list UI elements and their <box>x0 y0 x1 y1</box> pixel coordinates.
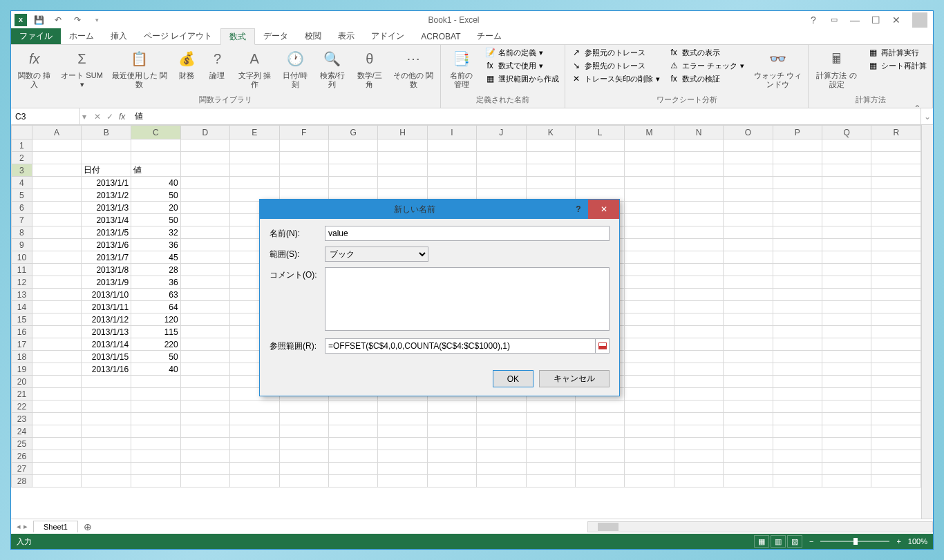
cell[interactable] <box>82 450 131 463</box>
cell[interactable] <box>328 164 377 177</box>
cell[interactable] <box>526 413 575 425</box>
cell[interactable] <box>82 152 131 164</box>
cell[interactable] <box>822 425 871 438</box>
cell[interactable] <box>477 177 526 189</box>
cell[interactable] <box>724 264 773 276</box>
cell[interactable] <box>575 139 624 152</box>
page-layout-view-icon[interactable]: ▥ <box>771 535 786 548</box>
dialog-help-icon[interactable]: ? <box>569 200 588 219</box>
cell[interactable] <box>526 450 575 463</box>
expand-formula-bar-icon[interactable]: ⌄ <box>921 108 933 124</box>
row-header[interactable]: 3 <box>12 164 32 177</box>
cell[interactable] <box>674 276 723 289</box>
cell[interactable] <box>871 289 921 301</box>
cell[interactable] <box>427 450 476 463</box>
cell[interactable] <box>180 301 229 313</box>
cell[interactable] <box>378 177 427 189</box>
cell[interactable] <box>625 177 674 189</box>
cell[interactable] <box>378 139 427 152</box>
cell[interactable] <box>477 438 526 450</box>
tab-insert[interactable]: 挿入 <box>102 28 135 44</box>
cell[interactable] <box>131 450 181 463</box>
cell[interactable] <box>180 289 229 301</box>
cell[interactable] <box>822 338 871 351</box>
cell[interactable] <box>724 301 773 313</box>
column-header[interactable]: L <box>575 126 624 139</box>
cell[interactable] <box>822 326 871 338</box>
cell[interactable]: 45 <box>131 251 181 264</box>
cell[interactable] <box>180 313 229 326</box>
calc-now-button[interactable]: ▦再計算実行 <box>865 46 929 59</box>
cell[interactable] <box>378 164 427 177</box>
row-header[interactable]: 11 <box>12 264 32 276</box>
cell[interactable] <box>230 164 279 177</box>
cell[interactable] <box>822 251 871 264</box>
cell[interactable]: 2013/1/2 <box>82 189 131 202</box>
cell[interactable] <box>32 413 81 425</box>
cell[interactable] <box>32 214 81 226</box>
cell[interactable] <box>180 400 229 413</box>
add-sheet-icon[interactable]: ⊕ <box>78 521 97 532</box>
cell[interactable] <box>427 139 476 152</box>
collapse-dialog-icon[interactable] <box>596 338 610 354</box>
cell[interactable] <box>279 438 328 450</box>
cell[interactable] <box>625 189 674 202</box>
cell[interactable] <box>674 400 723 413</box>
cell[interactable] <box>230 475 279 487</box>
cell[interactable] <box>131 139 181 152</box>
cell[interactable]: 値 <box>131 164 181 177</box>
cell[interactable] <box>871 351 921 363</box>
cell[interactable] <box>822 164 871 177</box>
cell[interactable] <box>378 425 427 438</box>
cell[interactable] <box>871 388 921 400</box>
cell[interactable] <box>32 400 81 413</box>
cell[interactable] <box>575 438 624 450</box>
cell[interactable] <box>871 425 921 438</box>
cell[interactable] <box>328 463 377 475</box>
cell[interactable] <box>625 226 674 239</box>
cell[interactable] <box>32 438 81 450</box>
cell[interactable] <box>180 202 229 214</box>
cell[interactable]: 2013/1/11 <box>82 301 131 313</box>
cell[interactable] <box>427 164 476 177</box>
trace-dependents-button[interactable]: ↘参照先のトレース <box>568 59 663 72</box>
column-header[interactable]: H <box>378 126 427 139</box>
cell[interactable] <box>328 438 377 450</box>
column-header[interactable]: O <box>724 126 773 139</box>
cell[interactable] <box>773 139 822 152</box>
cell[interactable] <box>378 413 427 425</box>
cell[interactable] <box>32 425 81 438</box>
cell[interactable]: 20 <box>131 202 181 214</box>
cell[interactable] <box>724 400 773 413</box>
cell[interactable] <box>279 139 328 152</box>
cell[interactable] <box>328 152 377 164</box>
cell[interactable] <box>674 413 723 425</box>
error-check-button[interactable]: ⚠エラー チェック ▾ <box>665 59 747 72</box>
cell[interactable] <box>131 413 181 425</box>
cell[interactable] <box>773 301 822 313</box>
cell[interactable] <box>822 152 871 164</box>
show-formulas-button[interactable]: fx数式の表示 <box>665 46 747 59</box>
dialog-titlebar[interactable]: 新しい名前 ? ✕ <box>260 200 619 219</box>
cell[interactable]: 2013/1/12 <box>82 313 131 326</box>
cell[interactable] <box>328 475 377 487</box>
cell[interactable] <box>674 251 723 264</box>
tab-addin[interactable]: アドイン <box>363 28 413 44</box>
column-header[interactable]: F <box>279 126 328 139</box>
cell[interactable] <box>279 400 328 413</box>
cell[interactable] <box>724 189 773 202</box>
cell[interactable] <box>32 139 81 152</box>
cell[interactable] <box>822 177 871 189</box>
cell[interactable] <box>230 463 279 475</box>
cell[interactable] <box>180 326 229 338</box>
cell[interactable] <box>328 450 377 463</box>
cell[interactable] <box>674 388 723 400</box>
cell[interactable] <box>625 425 674 438</box>
cell[interactable] <box>82 413 131 425</box>
comment-textarea[interactable] <box>325 267 610 331</box>
cell[interactable] <box>724 152 773 164</box>
name-input[interactable] <box>325 226 610 241</box>
cell[interactable] <box>822 313 871 326</box>
cell[interactable] <box>575 164 624 177</box>
cell[interactable] <box>477 450 526 463</box>
